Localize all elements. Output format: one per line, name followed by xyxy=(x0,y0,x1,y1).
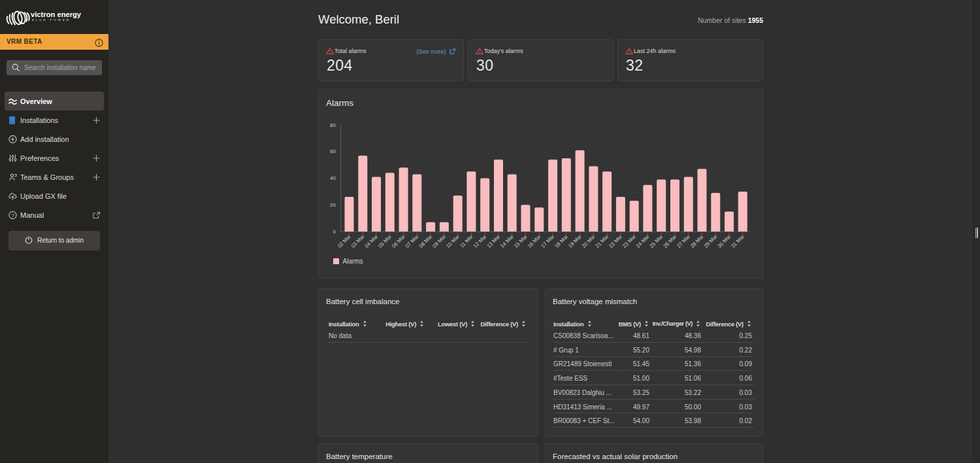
svg-text:13 Mar: 13 Mar xyxy=(485,233,501,249)
svg-text:19 Mar: 19 Mar xyxy=(567,233,583,249)
svg-text:26 Mar: 26 Mar xyxy=(662,233,678,249)
svg-text:05 Mar: 05 Mar xyxy=(377,233,393,249)
svg-text:27 Mar: 27 Mar xyxy=(676,233,691,249)
svg-text:17 Mar: 17 Mar xyxy=(540,233,556,249)
svg-text:28 Mar: 28 Mar xyxy=(689,233,705,249)
svg-text:04 Mar: 04 Mar xyxy=(363,233,379,249)
svg-text:12 Mar: 12 Mar xyxy=(472,233,488,249)
svg-text:08 Mar: 08 Mar xyxy=(418,233,434,249)
svg-text:22 Mar: 22 Mar xyxy=(608,233,623,249)
svg-text:40: 40 xyxy=(330,175,336,181)
svg-text:02 Mar: 02 Mar xyxy=(336,233,352,249)
svg-text:06 Mar: 06 Mar xyxy=(391,233,406,249)
svg-text:09 Mar: 09 Mar xyxy=(431,233,447,249)
svg-text:0: 0 xyxy=(333,229,336,235)
svg-text:?: ? xyxy=(11,212,14,218)
svg-text:BLUE POWER: BLUE POWER xyxy=(32,18,71,22)
svg-text:80: 80 xyxy=(330,122,336,128)
svg-text:24 Mar: 24 Mar xyxy=(635,233,651,249)
svg-text:20 Mar: 20 Mar xyxy=(581,233,596,249)
svg-text:victron energy: victron energy xyxy=(31,10,82,18)
svg-text:23 Mar: 23 Mar xyxy=(621,233,637,249)
svg-text:03 Mar: 03 Mar xyxy=(350,233,366,249)
svg-text:21 Mar: 21 Mar xyxy=(595,233,610,249)
svg-text:20: 20 xyxy=(330,202,336,208)
svg-text:15 Mar: 15 Mar xyxy=(513,233,529,249)
svg-text:11 Mar: 11 Mar xyxy=(459,233,474,249)
svg-text:31 Mar: 31 Mar xyxy=(730,233,745,249)
svg-text:10 Mar: 10 Mar xyxy=(445,233,461,249)
svg-text:16 Mar: 16 Mar xyxy=(527,233,542,249)
svg-text:29 Mar: 29 Mar xyxy=(703,233,719,249)
svg-text:30 Mar: 30 Mar xyxy=(717,233,732,249)
svg-text:07 Mar: 07 Mar xyxy=(404,233,420,249)
svg-text:25 Mar: 25 Mar xyxy=(649,233,664,249)
svg-text:60: 60 xyxy=(330,148,336,154)
svg-text:14 Mar: 14 Mar xyxy=(499,233,515,249)
svg-text:18 Mar: 18 Mar xyxy=(553,233,569,249)
